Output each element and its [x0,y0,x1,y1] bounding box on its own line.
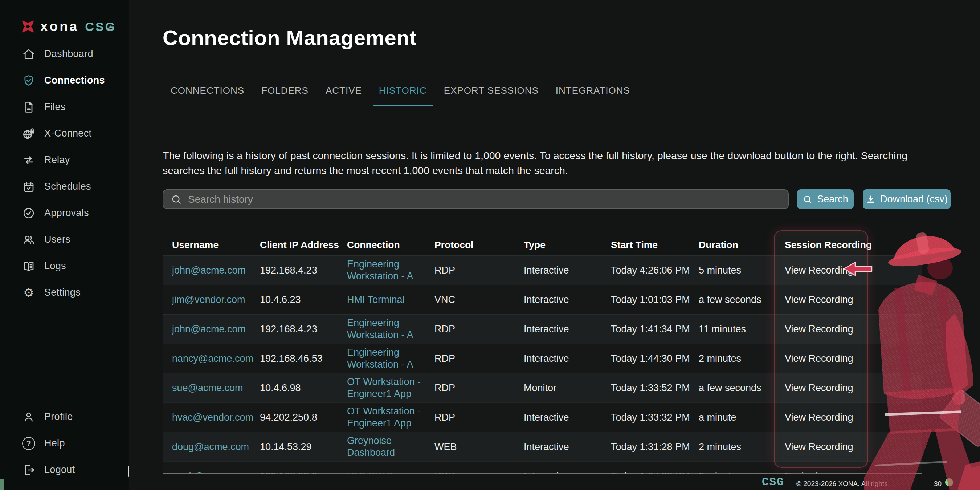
users-icon [22,233,35,247]
session-recording-link[interactable]: View Recording [785,383,922,394]
sidebar-item-approvals[interactable]: Approvals [0,200,129,226]
xona-logo-icon [20,19,35,34]
sidebar-item-schedules[interactable]: Schedules [0,173,129,200]
cell-username-link[interactable]: john@acme.com [172,265,260,276]
table-header-row: UsernameClient IP AddressConnectionProto… [162,234,922,255]
table-bottom-divider [162,473,922,474]
table-row: nancy@acme.com192.168.46.53Engineering W… [162,344,922,373]
sidebar-item-label: Settings [44,287,81,298]
page-title: Connection Management [162,26,417,50]
shield-check-icon [22,74,35,88]
session-recording-link[interactable]: View Recording [785,294,922,305]
cell-type: Interactive [524,265,611,276]
history-description: The following is a history of past conne… [162,148,943,178]
sidebar-item-help[interactable]: ?Help [0,430,129,456]
search-input[interactable] [187,193,784,206]
tab-export-sessions[interactable]: EXPORT SESSIONS [438,85,544,107]
gear-icon: ⚙ [22,286,35,300]
app-window: xona CSG ‹ DashboardConnectionsFilesX-Co… [0,0,980,490]
sidebar-item-settings[interactable]: ⚙Settings [0,279,129,306]
sidebar-footer-nav: Profile?HelpLogout [0,404,129,483]
cell-protocol: RDP [434,265,524,276]
cell-start-time: Today 1:01:03 PM [611,294,699,305]
tab-folders[interactable]: FOLDERS [256,85,314,107]
cell-client-ip: 192.168.4.23 [260,324,347,335]
session-recording-link[interactable]: View Recording [785,265,922,276]
cell-protocol: VNC [434,294,524,305]
cell-protocol: RDP [434,353,524,364]
sidebar-item-label: Dashboard [44,48,93,59]
table-row: john@acme.com192.168.4.23Engineering Wor… [162,314,922,344]
search-history-box [162,189,789,209]
cell-duration: a few seconds [699,294,785,305]
cell-type: Interactive [524,353,611,364]
sidebar-item-logs[interactable]: Logs [0,253,129,279]
download-icon [865,194,876,204]
home-icon [22,47,35,61]
cell-start-time: Today 1:33:32 PM [611,412,699,423]
session-recording-link[interactable]: View Recording [785,324,922,335]
cell-start-time: Today 1:44:30 PM [611,353,699,364]
file-icon [22,100,35,114]
sidebar-scrollbar[interactable] [128,466,129,477]
sidebar-item-files[interactable]: Files [0,94,129,120]
cell-connection-link[interactable]: Greynoise Dashboard [347,435,422,459]
search-button[interactable]: Search [797,189,854,209]
sidebar-item-connections[interactable]: Connections [0,67,129,94]
cell-start-time: Today 4:26:06 PM [611,265,699,276]
cell-username-link[interactable]: sue@acme.com [172,383,260,394]
cell-connection-link[interactable]: OT Workstation - Engineer1 App [347,376,422,400]
cell-client-ip: 10.4.6.98 [260,383,347,394]
tab-connections[interactable]: CONNECTIONS [165,85,250,107]
table-body: john@acme.com192.168.4.23Engineering Wor… [162,255,922,474]
cell-client-ip: 94.202.250.8 [260,412,347,423]
session-recording-link[interactable]: View Recording [785,441,922,453]
cell-duration: 2 minutes [699,353,785,364]
sidebar-item-dashboard[interactable]: Dashboard [0,41,129,67]
download-csv-button[interactable]: Download (csv) [863,189,951,209]
cell-username-link[interactable]: doug@acme.com [172,441,260,453]
main-content: Connection Management CONNECTIONSFOLDERS… [129,0,980,490]
sidebar-item-logout[interactable]: Logout [0,456,129,483]
cell-username-link[interactable]: nancy@acme.com [172,353,260,364]
sidebar-item-profile[interactable]: Profile [0,404,129,430]
cell-connection-link[interactable]: HMI Terminal [347,294,422,306]
sidebar-item-x-connect[interactable]: X-Connect [0,120,129,147]
cell-username-link[interactable]: john@acme.com [172,324,260,335]
sidebar-item-relay[interactable]: Relay [0,147,129,173]
person-icon [22,410,35,424]
brand-logo[interactable]: xona CSG [20,19,116,34]
cell-connection-link[interactable]: OT Workstation - Engineer1 App [347,405,422,429]
cell-protocol: RDP [434,412,524,423]
table-row: mark@acme.com192.168.99.9HMI GW 2RDPInte… [162,461,922,474]
cell-connection-link[interactable]: Engineering Workstation - A [347,258,422,282]
tab-historic[interactable]: HISTORIC [373,85,433,107]
search-icon [802,194,813,204]
status-indicator-dot [945,478,953,486]
sidebar-collapse-icon[interactable]: ‹ [107,21,112,34]
session-recording-link[interactable]: View Recording [785,353,922,364]
footer-version-fragment: 30 [934,480,942,488]
sidebar-item-label: Profile [44,411,73,423]
footer-copyright: © 2023-2026 XONA. All rights [796,480,888,488]
session-recording-link[interactable]: View Recording [785,412,922,423]
tab-active[interactable]: ACTIVE [320,85,368,107]
sidebar-item-label: Files [44,101,66,113]
column-header-connection: Connection [347,239,434,251]
cell-username-link[interactable]: jim@vendor.com [172,294,260,305]
sidebar-item-users[interactable]: Users [0,226,129,253]
cell-type: Interactive [524,294,611,305]
tab-integrations[interactable]: INTEGRATIONS [550,85,636,107]
cell-username-link[interactable]: hvac@vendor.com [172,412,260,423]
table-row: sue@acme.com10.4.6.98OT Workstation - En… [162,373,922,402]
search-icon [170,194,182,205]
sidebar-nav: DashboardConnectionsFilesX-ConnectRelayS… [0,41,129,306]
table-row: hvac@vendor.com94.202.250.8OT Workstatio… [162,402,922,432]
sidebar-item-label: Relay [44,154,70,166]
sidebar-item-label: Schedules [44,181,91,192]
cell-start-time: Today 1:41:34 PM [611,324,699,335]
help-icon: ? [22,437,35,450]
cell-protocol: RDP [434,324,524,335]
cell-connection-link[interactable]: Engineering Workstation - A [347,317,422,341]
cell-connection-link[interactable]: Engineering Workstation - A [347,346,422,370]
